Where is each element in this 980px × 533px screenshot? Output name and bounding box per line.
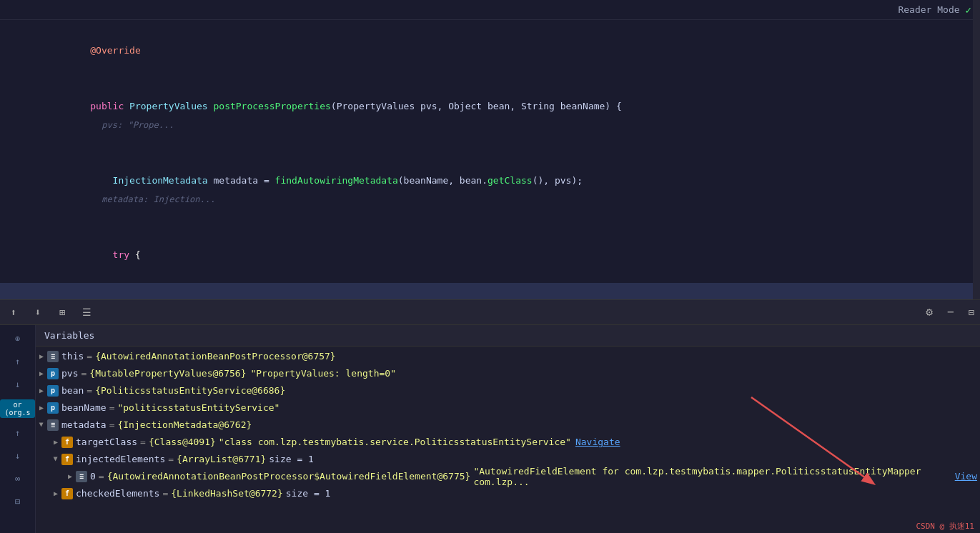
- debug-context-label[interactable]: or (org.s: [0, 399, 35, 418]
- var-eq-beanname: =: [109, 402, 115, 413]
- var-link-targetclass[interactable]: Navigate: [575, 437, 620, 447]
- expand-pvs[interactable]: ▶: [36, 369, 47, 377]
- var-size-checked-elements: size = 1: [286, 488, 331, 499]
- var-row-element-0[interactable]: ▶ ≡ 0 = {AutowiredAnnotationBeanPostProc…: [36, 468, 980, 485]
- expand-bean[interactable]: ▶: [36, 387, 47, 394]
- var-name-beanname: beanName: [61, 402, 107, 413]
- expand-checked-elements[interactable]: ▶: [50, 489, 61, 497]
- code-content-2: public PropertyValues postProcessPropert…: [29, 79, 980, 153]
- debug-sidebar-up2[interactable]: ↑: [7, 422, 29, 444]
- expand-metadata[interactable]: ▶: [38, 419, 46, 431]
- var-row-pvs[interactable]: ▶ p pvs = {MutablePropertyValues@6756} "…: [36, 365, 980, 382]
- var-name-metadata: metadata: [61, 419, 107, 430]
- var-link-element-0[interactable]: View: [955, 471, 977, 482]
- toolbar-icon-2[interactable]: ⬇: [30, 307, 46, 318]
- code-content-1: @Override: [29, 23, 980, 79]
- editor-scrollbar[interactable]: [973, 0, 980, 299]
- debug-left-sidebar: ⊕ ↑ ↓ or (org.s ↑ ↓ ∞ ⊟: [0, 325, 36, 533]
- var-icon-element-0: ≡: [76, 471, 87, 482]
- var-val-this: {AutowiredAnnotationBeanPostProcessor@67…: [95, 351, 336, 362]
- indent-3: [90, 175, 112, 186]
- kw-public-2: public: [90, 101, 129, 111]
- var-row-beanname[interactable]: ▶ p beanName = "politicsstatusEntityServ…: [36, 399, 980, 417]
- variables-panel-header: Variables: [36, 325, 980, 347]
- indent-4: [90, 249, 112, 260]
- debug-sidebar-infinity[interactable]: ∞: [7, 468, 29, 489]
- expand-targetclass[interactable]: ▶: [50, 438, 61, 446]
- expand-this[interactable]: ▶: [36, 352, 47, 360]
- editor-area: Reader Mode ✓ @Override public PropertyV…: [0, 0, 980, 299]
- var-eq-this: =: [86, 351, 92, 362]
- find-autowiring-params: (beanName, bean.: [398, 175, 487, 186]
- kw-try: try: [113, 249, 129, 260]
- debug-sidebar-grid[interactable]: ⊟: [7, 491, 29, 512]
- get-class-method: getClass: [487, 175, 533, 186]
- code-line-5: metadata.inject(bean, beanName, pvs); pv…: [0, 283, 980, 299]
- csdn-badge: CSDN @ 执迷11: [916, 521, 974, 532]
- return-type-2: PropertyValues: [129, 101, 213, 111]
- debug-sidebar-down2[interactable]: ↓: [7, 445, 29, 467]
- expand-beanname[interactable]: ▶: [36, 404, 47, 412]
- top-bar: Reader Mode ✓: [0, 0, 980, 20]
- code-line-2: public PropertyValues postProcessPropert…: [0, 79, 980, 153]
- var-eq-checked-elements: =: [162, 488, 168, 499]
- minimize-icon[interactable]: −: [947, 305, 954, 319]
- var-val-targetclass: {Class@4091}: [149, 437, 216, 447]
- reader-mode-section: Reader Mode ✓: [898, 4, 971, 16]
- debug-main: Variables ▶ ≡ this = {AutowiredAnnotatio…: [36, 325, 980, 533]
- get-class-end: (), pvs);: [533, 175, 583, 186]
- code-content-4: try {: [29, 227, 980, 283]
- var-name-checked-elements: checkedElements: [76, 488, 159, 499]
- reader-mode-label: Reader Mode: [898, 4, 959, 15]
- code-display: @Override public PropertyValues postProc…: [0, 20, 980, 299]
- code-line-3: InjectionMetadata metadata = findAutowir…: [0, 153, 980, 227]
- method-name-2: postProcessProperties: [213, 101, 330, 111]
- var-row-targetclass[interactable]: ▶ f targetClass = {Class@4091} "class co…: [36, 434, 980, 451]
- code-line-1: @Override: [0, 23, 980, 79]
- var-eq-element-0: =: [99, 471, 104, 482]
- toolbar-icon-4[interactable]: ☰: [79, 307, 94, 318]
- var-name-bean: bean: [61, 385, 84, 396]
- var-val-injected-elements: {ArrayList@6771}: [177, 454, 266, 464]
- toolbar-icon-3[interactable]: ⊞: [54, 307, 70, 318]
- var-eq-injected-elements: =: [168, 454, 174, 464]
- var-val-metadata: {InjectionMetadata@6762}: [117, 419, 252, 430]
- debug-sidebar-filter[interactable]: ⊕: [7, 328, 29, 349]
- var-row-checked-elements[interactable]: ▶ f checkedElements = {LinkedHashSet@677…: [36, 485, 980, 502]
- variables-list[interactable]: ▶ ≡ this = {AutowiredAnnotationBeanPostP…: [36, 347, 980, 504]
- var-row-this[interactable]: ▶ ≡ this = {AutowiredAnnotationBeanPostP…: [36, 348, 980, 365]
- var-row-bean[interactable]: ▶ p bean = {PoliticsstatusEntityService@…: [36, 382, 980, 399]
- grid-layout-icon[interactable]: ⊟: [969, 307, 974, 318]
- var-icon-this: ≡: [47, 351, 59, 362]
- hint-2: pvs: "Prope...: [102, 120, 174, 130]
- var-val-beanname: "politicsstatusEntityService": [117, 402, 279, 413]
- var-icon-pvs: p: [47, 368, 59, 379]
- metadata-var: metadata =: [208, 175, 275, 186]
- reader-mode-check-icon[interactable]: ✓: [966, 4, 971, 16]
- debug-sidebar-down[interactable]: ↓: [7, 374, 29, 395]
- code-content-3: InjectionMetadata metadata = findAutowir…: [29, 153, 980, 227]
- var-val-pvs-str: "PropertyValues: length=0": [250, 368, 396, 379]
- toolbar-icon-1[interactable]: ⬆: [6, 307, 21, 318]
- params-2: (PropertyValues pvs, Object bean, String…: [331, 101, 622, 111]
- var-eq-bean: =: [86, 385, 92, 396]
- expand-element-0[interactable]: ▶: [64, 472, 76, 480]
- var-val-bean: {PoliticsstatusEntityService@6686}: [95, 385, 285, 396]
- injection-metadata-class: InjectionMetadata: [113, 175, 208, 186]
- hint-3: metadata: Injection...: [102, 194, 215, 204]
- var-eq-targetclass: =: [140, 437, 146, 447]
- var-name-this: this: [61, 351, 84, 362]
- var-icon-beanname: p: [47, 402, 59, 414]
- settings-gear-icon[interactable]: ⚙: [926, 305, 933, 319]
- var-size-injected-elements: size = 1: [269, 454, 314, 464]
- debug-sidebar-up[interactable]: ↑: [7, 351, 29, 372]
- var-val-element-0: {AutowiredAnnotationBeanPostProcessor$Au…: [107, 471, 471, 482]
- expand-injected-elements[interactable]: ▶: [52, 454, 60, 465]
- main-layout: Reader Mode ✓ @Override public PropertyV…: [0, 0, 980, 533]
- var-name-injected-elements: injectedElements: [76, 454, 165, 464]
- var-icon-checked-elements: f: [61, 488, 73, 499]
- code-line-4: try {: [0, 227, 980, 283]
- var-val-checked-elements: {LinkedHashSet@6772}: [171, 488, 283, 499]
- var-row-metadata[interactable]: ▶ ≡ metadata = {InjectionMetadata@6762}: [36, 417, 980, 434]
- var-val-element-0-str: "AutowiredFieldElement for com.lzp.testm…: [473, 466, 950, 487]
